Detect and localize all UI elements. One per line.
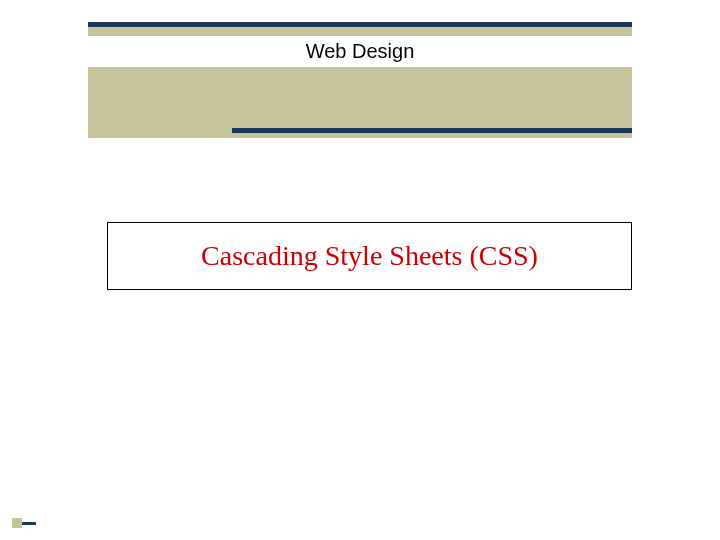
footer-marker (12, 518, 36, 528)
main-title-box: Cascading Style Sheets (CSS) (107, 222, 632, 290)
main-title-text: Cascading Style Sheets (CSS) (201, 240, 538, 272)
header-title: Web Design (88, 36, 632, 67)
header-top-accent-line (88, 22, 632, 27)
header-bottom-accent-line (232, 128, 632, 133)
footer-square-icon (12, 518, 22, 528)
footer-line-icon (22, 522, 36, 525)
